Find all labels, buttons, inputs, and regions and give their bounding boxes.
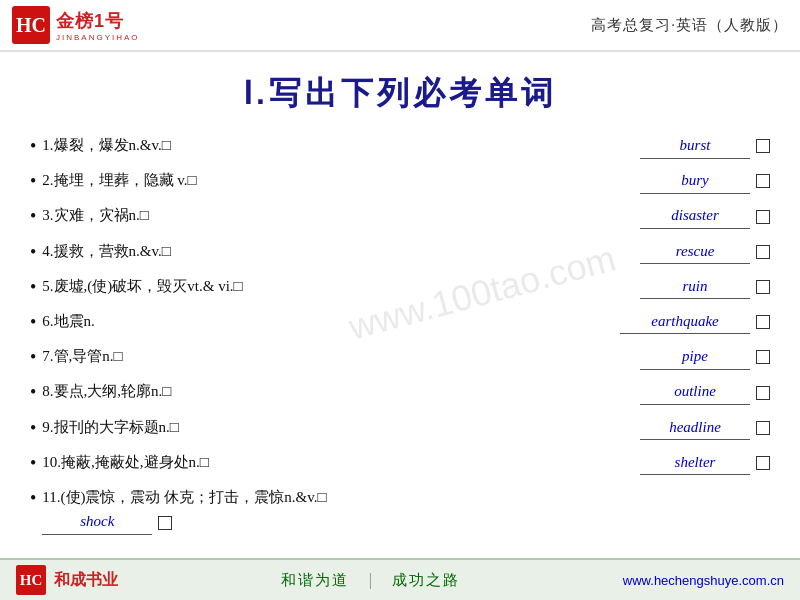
bullet-5: • (30, 275, 36, 300)
checkbox-9 (756, 421, 770, 435)
answer-area-11: shock (42, 510, 770, 535)
vocab-item-2: •2.掩埋，埋葬，隐藏 v.□bury (30, 169, 770, 194)
vocab-item-10: •10.掩蔽,掩蔽处,避身处n.□shelter (30, 451, 770, 476)
bullet-10: • (30, 451, 36, 476)
main-content: www.100tao.com Ⅰ.写出下列必考单词 •1.爆裂，爆发n.&v.□… (0, 52, 800, 535)
checkbox-4 (756, 245, 770, 259)
footer-brand: 和成书业 (54, 570, 118, 591)
footer-hc-icon: HC (16, 565, 46, 595)
answer-area-7: pipe (640, 345, 770, 370)
bullet-3: • (30, 204, 36, 229)
brand-text-area: 金榜1号 JINBANGYIHAO (56, 9, 140, 42)
bullet-6: • (30, 310, 36, 335)
page-title: Ⅰ.写出下列必考单词 (30, 72, 770, 116)
checkbox-6 (756, 315, 770, 329)
answer-area-8: outline (640, 380, 770, 405)
bullet-2: • (30, 169, 36, 194)
answer-word-5: ruin (640, 275, 750, 300)
item-text-2: 2.掩埋，埋葬，隐藏 v.□ (42, 169, 630, 192)
item-text-3: 3.灾难，灾祸n.□ (42, 204, 630, 227)
answer-word-7: pipe (640, 345, 750, 370)
item-text-9: 9.报刊的大字标题n.□ (42, 416, 630, 439)
header: HC 金榜1号 JINBANGYIHAO 高考总复习·英语（人教版） (0, 0, 800, 52)
item-text-7: 7.管,导管n.□ (42, 345, 630, 368)
vocab-item-8: •8.要点,大纲,轮廓n.□outline (30, 380, 770, 405)
footer-hc-letters: HC (20, 572, 43, 589)
brand-name: 金榜1号 (56, 9, 124, 33)
checkbox-2 (756, 174, 770, 188)
checkbox-1 (756, 139, 770, 153)
vocab-item-1: •1.爆裂，爆发n.&v.□burst (30, 134, 770, 159)
vocab-item-4: •4.援救，营救n.&v.□rescue (30, 240, 770, 265)
checkbox-5 (756, 280, 770, 294)
answer-word-6: earthquake (620, 310, 750, 335)
answer-word-4: rescue (640, 240, 750, 265)
item-text-5: 5.废墟,(使)破坏，毁灭vt.& vi.□ (42, 275, 630, 298)
answer-word-8: outline (640, 380, 750, 405)
bullet-4: • (30, 240, 36, 265)
item-text-11: 11.(使)震惊，震动 休克；打击，震惊n.&v.□ shock (42, 486, 770, 535)
logo-area: HC 金榜1号 JINBANGYIHAO (12, 6, 140, 44)
bullet-1: • (30, 134, 36, 159)
answer-area-5: ruin (640, 275, 770, 300)
chinese-11: 11.(使)震惊，震动 休克；打击，震惊n.&v.□ (42, 489, 326, 505)
answer-word-3: disaster (640, 204, 750, 229)
item-text-8: 8.要点,大纲,轮廓n.□ (42, 380, 630, 403)
bullet-7: • (30, 345, 36, 370)
item-text-6: 6.地震n. (42, 310, 610, 333)
answer-area-3: disaster (640, 204, 770, 229)
header-title: 高考总复习·英语（人教版） (591, 16, 788, 35)
answer-word-1: burst (640, 134, 750, 159)
answer-area-10: shelter (640, 451, 770, 476)
vocab-item-11: • 11.(使)震惊，震动 休克；打击，震惊n.&v.□ shock (30, 486, 770, 535)
footer: HC 和成书业 和谐为道 | 成功之路 www.hechengshuye.com… (0, 558, 800, 600)
answer-area-1: burst (640, 134, 770, 159)
hc-letters: HC (16, 14, 46, 37)
checkbox-8 (756, 386, 770, 400)
answer-area-4: rescue (640, 240, 770, 265)
vocab-list: •1.爆裂，爆发n.&v.□burst•2.掩埋，埋葬，隐藏 v.□bury•3… (30, 134, 770, 476)
answer-word-9: headline (640, 416, 750, 441)
footer-slogan-right: 成功之路 (392, 572, 460, 588)
answer-word-11: shock (42, 510, 152, 535)
vocab-item-5: •5.废墟,(使)破坏，毁灭vt.& vi.□ruin (30, 275, 770, 300)
answer-area-6: earthquake (620, 310, 770, 335)
vocab-item-6: •6.地震n.earthquake (30, 310, 770, 335)
checkbox-3 (756, 210, 770, 224)
checkbox-11 (158, 516, 172, 530)
answer-area-2: bury (640, 169, 770, 194)
footer-left: HC 和成书业 (16, 565, 118, 595)
bullet-9: • (30, 416, 36, 441)
answer-word-2: bury (640, 169, 750, 194)
vocab-item-3: •3.灾难，灾祸n.□disaster (30, 204, 770, 229)
answer-area-9: headline (640, 416, 770, 441)
bullet-8: • (30, 380, 36, 405)
footer-website: www.hechengshuye.com.cn (623, 573, 784, 588)
answer-word-10: shelter (640, 451, 750, 476)
bullet-11: • (30, 486, 36, 511)
vocab-item-9: •9.报刊的大字标题n.□headline (30, 416, 770, 441)
checkbox-7 (756, 350, 770, 364)
item-text-10: 10.掩蔽,掩蔽处,避身处n.□ (42, 451, 630, 474)
vocab-item-7: •7.管,导管n.□pipe (30, 345, 770, 370)
item-text-4: 4.援救，营救n.&v.□ (42, 240, 630, 263)
footer-slogan: 和谐为道 | 成功之路 (281, 571, 460, 590)
checkbox-10 (756, 456, 770, 470)
brand-sub: JINBANGYIHAO (56, 33, 140, 42)
hc-logo-icon: HC (12, 6, 50, 44)
item-text-1: 1.爆裂，爆发n.&v.□ (42, 134, 630, 157)
footer-slogan-left: 和谐为道 (281, 572, 349, 588)
